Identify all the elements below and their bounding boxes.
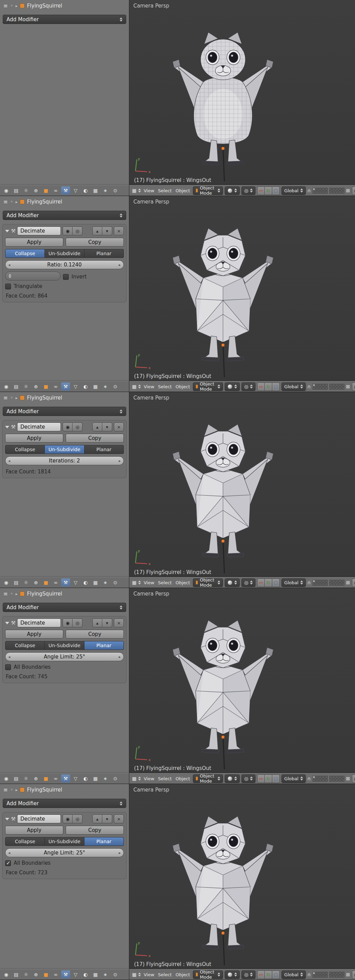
tab-object-data[interactable]: ▽ bbox=[71, 186, 80, 195]
shading-dropdown[interactable] bbox=[225, 775, 240, 783]
mode-collapse[interactable]: Collapse bbox=[5, 249, 45, 258]
expand-triangle-icon[interactable] bbox=[5, 230, 9, 232]
tab-object[interactable]: ■ bbox=[41, 382, 50, 391]
viewport-visibility-toggle[interactable]: ◎ bbox=[73, 422, 83, 431]
tab-constraints[interactable]: ∞ bbox=[51, 578, 60, 587]
mode-unsubdivide[interactable]: Un-Subdivide bbox=[45, 837, 84, 846]
tab-texture[interactable]: ▦ bbox=[91, 970, 100, 978]
tab-modifiers[interactable]: ⚒ bbox=[61, 970, 70, 978]
expand-triangle-icon[interactable] bbox=[5, 622, 9, 624]
move-up-button[interactable]: ▴ bbox=[92, 619, 102, 627]
mode-dropdown[interactable]: Object Mode bbox=[193, 578, 223, 587]
tab-object-data[interactable]: ▽ bbox=[71, 970, 80, 978]
lock-icon[interactable]: ⊠ bbox=[346, 776, 350, 781]
tab-object[interactable]: ■ bbox=[41, 186, 50, 195]
mode-unsubdivide[interactable]: Un-Subdivide bbox=[45, 641, 84, 650]
tab-scene[interactable]: ☼ bbox=[22, 775, 30, 783]
layers-widget[interactable] bbox=[313, 972, 344, 978]
lock-icon[interactable]: ⊠ bbox=[346, 972, 350, 977]
tab-object-data[interactable]: ▽ bbox=[71, 578, 80, 587]
increment-arrow-icon[interactable]: ▸ bbox=[117, 261, 123, 269]
viewport-3d[interactable]: Camera Persp x y (17) FlyingSquirrel : W… bbox=[129, 196, 355, 392]
tab-constraints[interactable]: ∞ bbox=[51, 382, 60, 391]
viewport-editor-type-icon[interactable]: ▦ bbox=[132, 580, 137, 585]
menu-select[interactable]: Select bbox=[157, 384, 173, 389]
tab-texture[interactable]: ▦ bbox=[91, 775, 100, 783]
menu-select[interactable]: Select bbox=[157, 972, 173, 977]
add-modifier-dropdown[interactable]: Add Modifier bbox=[3, 799, 126, 808]
layers-group-1[interactable] bbox=[313, 580, 328, 585]
editor-menu-icon[interactable]: ≡ bbox=[3, 395, 8, 401]
viewport-editor-type-icon[interactable]: ▦ bbox=[132, 384, 137, 389]
tab-object-data[interactable]: ▽ bbox=[71, 775, 80, 783]
increment-arrow-icon[interactable]: ▸ bbox=[117, 849, 123, 857]
tab-material[interactable]: ◐ bbox=[81, 382, 90, 391]
tab-scene[interactable]: ☼ bbox=[22, 186, 30, 195]
mode-unsubdivide[interactable]: Un-Subdivide bbox=[45, 249, 84, 258]
all-boundaries-checkbox[interactable] bbox=[5, 860, 11, 866]
angle-limit-field[interactable]: ◂ Angle Limit: 25° ▸ bbox=[5, 652, 124, 661]
tab-render-layers[interactable]: ▤ bbox=[12, 775, 21, 783]
viewport-editor-type-icon[interactable]: ▦ bbox=[132, 188, 137, 193]
copy-button[interactable]: Copy bbox=[66, 238, 124, 247]
mode-dropdown[interactable]: Object Mode bbox=[193, 186, 223, 195]
decrement-arrow-icon[interactable]: ◂ bbox=[6, 653, 12, 661]
squirrel-model[interactable] bbox=[169, 813, 277, 967]
tab-material[interactable]: ◐ bbox=[81, 970, 90, 978]
tab-particles[interactable]: ∗ bbox=[101, 970, 110, 978]
apply-button[interactable]: Apply bbox=[5, 826, 63, 835]
tab-render-layers[interactable]: ▤ bbox=[12, 970, 21, 978]
squirrel-model[interactable] bbox=[169, 226, 277, 379]
layers-widget[interactable] bbox=[313, 384, 344, 390]
pin-icon[interactable]: ◦ bbox=[10, 199, 13, 205]
modifier-name-field[interactable]: Decimate bbox=[17, 226, 61, 235]
pin-icon[interactable]: ◦ bbox=[10, 591, 13, 597]
tab-texture[interactable]: ▦ bbox=[91, 186, 100, 195]
menu-select[interactable]: Select bbox=[157, 580, 173, 585]
menu-view[interactable]: View bbox=[143, 188, 155, 193]
tab-material[interactable]: ◐ bbox=[81, 775, 90, 783]
triangulate-checkbox[interactable] bbox=[5, 283, 11, 290]
menu-select[interactable]: Select bbox=[157, 188, 173, 193]
pivot-dropdown[interactable]: ◎ bbox=[242, 970, 255, 979]
ratio-slider[interactable]: ◂ Ratio: 0.1240 ▸ bbox=[5, 260, 124, 269]
tab-modifiers[interactable]: ⚒ bbox=[61, 775, 70, 783]
expand-triangle-icon[interactable] bbox=[5, 426, 9, 428]
layers-widget[interactable] bbox=[313, 580, 344, 585]
tab-texture[interactable]: ▦ bbox=[91, 578, 100, 587]
translate-manipulator-toggle[interactable]: ↔ bbox=[257, 578, 265, 587]
editor-menu-icon[interactable]: ≡ bbox=[3, 787, 8, 793]
opengl-render-button[interactable]: ◉ bbox=[352, 382, 355, 391]
tab-render-layers[interactable]: ▤ bbox=[12, 382, 21, 391]
translate-manipulator-toggle[interactable]: ↔ bbox=[257, 970, 265, 979]
tab-constraints[interactable]: ∞ bbox=[51, 970, 60, 978]
orientation-dropdown[interactable]: Global bbox=[282, 775, 306, 783]
render-visibility-toggle[interactable]: ◉ bbox=[62, 422, 73, 431]
editor-menu-icon[interactable]: ≡ bbox=[3, 591, 8, 597]
snap-magnet-icon[interactable]: ∩ bbox=[307, 384, 311, 389]
mode-planar[interactable]: Planar bbox=[84, 837, 124, 846]
viewport-3d[interactable]: Camera Persp x y (17) FlyingSquirrel : W… bbox=[129, 588, 355, 784]
tab-render[interactable]: ◉ bbox=[2, 186, 11, 195]
pivot-dropdown[interactable]: ◎ bbox=[242, 186, 255, 195]
viewport-editor-type-icon[interactable]: ▦ bbox=[132, 972, 137, 977]
mode-dropdown[interactable]: Object Mode bbox=[193, 382, 223, 391]
tab-material[interactable]: ◐ bbox=[81, 578, 90, 587]
tab-render[interactable]: ◉ bbox=[2, 970, 11, 978]
tab-object[interactable]: ■ bbox=[41, 775, 50, 783]
opengl-render-button[interactable]: ◉ bbox=[352, 775, 355, 783]
menu-object[interactable]: Object bbox=[174, 188, 191, 193]
orientation-dropdown[interactable]: Global bbox=[282, 186, 306, 195]
tab-constraints[interactable]: ∞ bbox=[51, 775, 60, 783]
tab-physics[interactable]: ⊙ bbox=[111, 775, 120, 783]
lock-icon[interactable]: ⊠ bbox=[346, 580, 350, 585]
decrement-arrow-icon[interactable]: ◂ bbox=[6, 261, 12, 269]
shading-dropdown[interactable] bbox=[225, 382, 240, 391]
vertex-group-field[interactable] bbox=[5, 272, 60, 280]
lock-icon[interactable]: ⊠ bbox=[346, 384, 350, 389]
scale-manipulator-toggle[interactable]: □ bbox=[272, 578, 280, 587]
move-down-button[interactable]: ▾ bbox=[102, 815, 112, 823]
tab-particles[interactable]: ∗ bbox=[101, 382, 110, 391]
viewport-editor-type-icon[interactable]: ▦ bbox=[132, 776, 137, 781]
menu-view[interactable]: View bbox=[143, 580, 155, 585]
